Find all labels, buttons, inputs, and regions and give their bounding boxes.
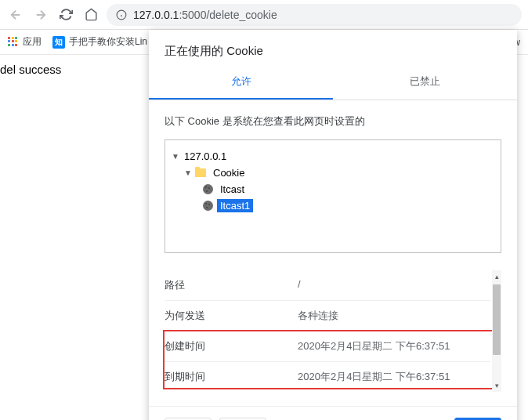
dialog-footer: 禁止 删除 确定: [149, 406, 517, 420]
detail-value: 2020年2月4日星期二 下午6:37:51: [298, 339, 450, 353]
address-bar[interactable]: 127.0.0.1:5000/delete_cookie: [107, 4, 522, 26]
cookie-details: 路径 / 为何发送 各种连接 创建时间 2020年2月4日星期二 下午6:37:…: [165, 270, 501, 392]
detail-label: 创建时间: [165, 339, 298, 353]
back-button[interactable]: [6, 5, 25, 24]
reload-button[interactable]: [56, 5, 75, 24]
tree-cookie-label: Itcast: [217, 183, 248, 196]
detail-value: /: [298, 278, 301, 292]
folder-icon: [195, 168, 206, 177]
expand-arrow-icon: ▼: [172, 152, 181, 161]
home-button[interactable]: [81, 5, 100, 24]
tree-host-row[interactable]: ▼ 127.0.0.1: [172, 148, 494, 165]
cookie-icon: [203, 184, 213, 194]
url-host: 127.0.0.1:5000/delete_cookie: [133, 9, 277, 21]
apps-icon: [8, 37, 19, 48]
dialog-body: 以下 Cookie 是系统在您查看此网页时设置的 ▼ 127.0.0.1 ▼ C…: [149, 100, 517, 406]
expand-arrow-icon: ▼: [184, 168, 193, 177]
detail-value: 各种连接: [298, 309, 338, 323]
detail-row-expires: 到期时间 2020年2月4日星期二 下午6:37:51: [165, 362, 490, 392]
page-text: del success: [0, 63, 61, 76]
dialog-tabs: 允许 已禁止: [149, 65, 517, 100]
detail-row-path: 路径 /: [165, 270, 490, 301]
apps-label: 应用: [23, 35, 42, 49]
detail-row-created: 创建时间 2020年2月4日星期二 下午6:37:51: [165, 331, 490, 362]
info-icon: [116, 9, 127, 20]
tree-folder-row[interactable]: ▼ Cookie: [172, 165, 494, 181]
browser-toolbar: 127.0.0.1:5000/delete_cookie: [0, 0, 528, 30]
detail-label: 为何发送: [165, 309, 298, 323]
detail-label: 路径: [165, 278, 298, 292]
detail-row-reason: 为何发送 各种连接: [165, 301, 490, 331]
details-scrollbar[interactable]: ▴ ▾: [492, 270, 501, 392]
tree-cookie-row[interactable]: Itcast: [172, 181, 494, 197]
zhihu-icon: 知: [52, 36, 65, 49]
scroll-thumb[interactable]: [493, 284, 501, 355]
tab-blocked[interactable]: 已禁止: [333, 65, 517, 100]
detail-value: 2020年2月4日星期二 下午6:37:51: [298, 370, 450, 384]
tree-cookie-row-selected[interactable]: Itcast1: [172, 197, 494, 214]
bookmark-item-1[interactable]: 知 手把手教你安装Lin: [52, 35, 147, 49]
scroll-up-icon: ▴: [492, 272, 501, 281]
apps-shortcut[interactable]: 应用: [8, 35, 42, 49]
cookie-icon: [203, 201, 213, 211]
cookie-tree: ▼ 127.0.0.1 ▼ Cookie Itcast Itcast1: [165, 139, 501, 253]
dialog-description: 以下 Cookie 是系统在您查看此网页时设置的: [165, 114, 501, 129]
tree-cookie-label: Itcast1: [217, 199, 253, 212]
cookies-dialog: 正在使用的 Cookie 允许 已禁止 以下 Cookie 是系统在您查看此网页…: [149, 30, 517, 420]
dialog-title: 正在使用的 Cookie: [149, 30, 517, 65]
detail-label: 到期时间: [165, 370, 298, 384]
tree-folder-label: Cookie: [210, 166, 248, 179]
forward-button[interactable]: [31, 5, 50, 24]
tree-host-label: 127.0.0.1: [181, 150, 230, 163]
scroll-down-icon: ▾: [492, 381, 501, 390]
tab-allowed[interactable]: 允许: [149, 65, 333, 100]
bookmark-label: 手把手教你安装Lin: [69, 35, 147, 49]
